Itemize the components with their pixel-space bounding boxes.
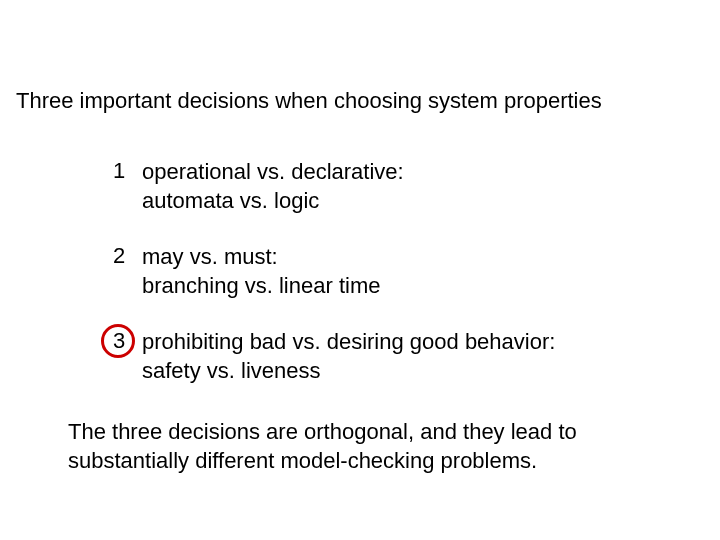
item-line2: safety vs. liveness xyxy=(142,358,321,383)
list-item: 2 may vs. must: branching vs. linear tim… xyxy=(106,243,626,300)
item-number: 3 xyxy=(106,328,132,354)
item-text: operational vs. declarative: automata vs… xyxy=(132,158,404,215)
item-line1: operational vs. declarative: xyxy=(142,159,404,184)
list-item: 3 prohibiting bad vs. desiring good beha… xyxy=(106,328,626,385)
item-text: may vs. must: branching vs. linear time xyxy=(132,243,380,300)
item-number: 1 xyxy=(106,158,132,184)
item-line1: may vs. must: xyxy=(142,244,278,269)
item-text: prohibiting bad vs. desiring good behavi… xyxy=(132,328,555,385)
list-item: 1 operational vs. declarative: automata … xyxy=(106,158,626,215)
item-line1: prohibiting bad vs. desiring good behavi… xyxy=(142,329,555,354)
item-line2: branching vs. linear time xyxy=(142,273,380,298)
decision-list: 1 operational vs. declarative: automata … xyxy=(106,158,626,414)
item-line2: automata vs. logic xyxy=(142,188,319,213)
item-number: 2 xyxy=(106,243,132,269)
number-text: 3 xyxy=(113,328,125,353)
slide-footer-text: The three decisions are orthogonal, and … xyxy=(68,418,652,475)
slide-title: Three important decisions when choosing … xyxy=(16,88,704,114)
